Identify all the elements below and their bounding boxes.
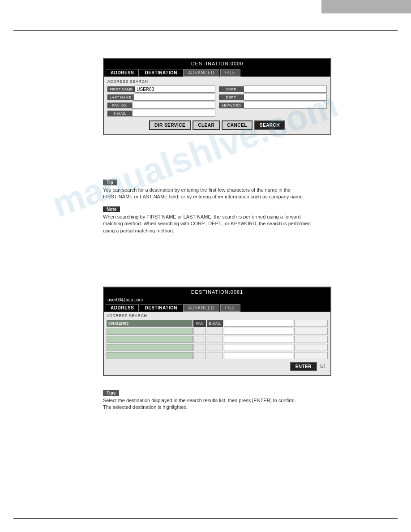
result-name-3[interactable] bbox=[107, 336, 193, 343]
tip-box: Tip You can search for a destination by … bbox=[103, 179, 366, 201]
result-email-5 bbox=[207, 352, 223, 359]
screen1-tabs: ADDRESS DESTINATION ADVANCED FILE bbox=[104, 68, 330, 77]
result-row-2[interactable] bbox=[107, 328, 328, 335]
tab2-address[interactable]: ADDRESS bbox=[106, 304, 139, 312]
result-addr-4 bbox=[224, 344, 293, 351]
cancel-button[interactable]: CANCEL bbox=[222, 120, 253, 130]
input-corp[interactable] bbox=[244, 86, 327, 93]
result-addr-5 bbox=[224, 352, 293, 359]
tips2-box: Tips Select the destination displayed in… bbox=[103, 390, 366, 411]
label-faxno: FAX NO. bbox=[107, 103, 132, 108]
field-faxno: FAX NO. bbox=[107, 102, 215, 109]
button-row-1: DIR SERVICE CLEAR CANCEL SEARCH bbox=[107, 118, 327, 132]
result-empty-4 bbox=[294, 344, 328, 351]
result-name-5[interactable] bbox=[107, 352, 193, 359]
screen2-email: user03@aaa.com bbox=[104, 296, 330, 303]
section-label-2: ADDRESS SEARCH bbox=[107, 313, 328, 318]
screen2-title: DESTINATION:0081 bbox=[104, 287, 330, 296]
result-empty-2 bbox=[294, 328, 328, 335]
note-text: When searching by FIRST NAME or LAST NAM… bbox=[103, 214, 366, 234]
top-rule bbox=[13, 30, 398, 31]
search-button[interactable]: SEARCH bbox=[254, 120, 285, 130]
result-empty-1 bbox=[294, 320, 328, 327]
tab2-advanced[interactable]: ADVANCED bbox=[183, 304, 219, 312]
top-bar bbox=[321, 0, 411, 13]
tab2-destination[interactable]: DESTINATION bbox=[140, 304, 182, 312]
result-email-1[interactable]: E-MAIL bbox=[207, 320, 223, 327]
result-fax-4 bbox=[193, 344, 206, 351]
result-addr-1 bbox=[224, 320, 293, 327]
right-fields: CORP. DEPT. KEYWORD bbox=[219, 86, 327, 118]
note-box: Note When searching by FIRST NAME or LAS… bbox=[103, 206, 366, 234]
page-count: 1/1 bbox=[320, 364, 326, 369]
result-name-4[interactable] bbox=[107, 344, 193, 351]
tip-text: You can search for a destination by ente… bbox=[103, 187, 366, 201]
result-row-4[interactable] bbox=[107, 344, 328, 351]
search-grid: FIRST NAME LAST NAME FAX NO. E-MAIL bbox=[107, 86, 327, 118]
result-addr-2 bbox=[224, 328, 293, 335]
tab-destination[interactable]: DESTINATION bbox=[140, 69, 182, 77]
result-fax-1[interactable]: FAX bbox=[193, 320, 206, 327]
bottom-rule bbox=[13, 518, 398, 519]
screen1-title: DESTINATION:0000 bbox=[104, 59, 330, 68]
result-fax-3 bbox=[193, 336, 206, 343]
field-corp: CORP. bbox=[219, 86, 327, 93]
tab-address[interactable]: ADDRESS bbox=[106, 69, 139, 77]
screen2-tabs: ADDRESS DESTINATION ADVANCED FILE bbox=[104, 303, 330, 312]
field-firstname: FIRST NAME bbox=[107, 86, 215, 93]
result-empty-5 bbox=[294, 352, 328, 359]
enter-row: ENTER 1/1 bbox=[107, 360, 328, 373]
section-label-1: ADDRESS SEARCH bbox=[107, 79, 327, 84]
label-keyword: KEYWORD bbox=[219, 103, 244, 108]
result-email-2 bbox=[207, 328, 223, 335]
screen1: DESTINATION:0000 ADDRESS DESTINATION ADV… bbox=[103, 58, 331, 135]
label-lastname: LAST NAME bbox=[107, 94, 133, 100]
result-name-2[interactable] bbox=[107, 328, 193, 335]
left-fields: FIRST NAME LAST NAME FAX NO. E-MAIL bbox=[107, 86, 215, 118]
field-email: E-MAIL bbox=[107, 110, 215, 117]
result-row-1[interactable]: 00USER03 FAX E-MAIL bbox=[107, 320, 328, 327]
field-keyword: KEYWORD bbox=[219, 102, 327, 109]
tab-file[interactable]: FILE bbox=[220, 69, 240, 77]
input-faxno[interactable] bbox=[132, 102, 215, 109]
label-firstname: FIRST NAME bbox=[107, 86, 135, 92]
result-empty-3 bbox=[294, 336, 328, 343]
label-corp: CORP. bbox=[219, 86, 244, 92]
result-row-3[interactable] bbox=[107, 336, 328, 343]
input-email[interactable] bbox=[132, 110, 215, 117]
result-fax-2 bbox=[193, 328, 206, 335]
tab2-file[interactable]: FILE bbox=[220, 304, 240, 312]
enter-button[interactable]: ENTER bbox=[290, 362, 317, 371]
tips2-label: Tips bbox=[103, 390, 119, 396]
label-dept: DEPT. bbox=[219, 94, 244, 100]
dir-service-button[interactable]: DIR SERVICE bbox=[149, 120, 191, 130]
result-row-5[interactable] bbox=[107, 352, 328, 359]
screen1-body: ADDRESS SEARCH FIRST NAME LAST NAME FAX … bbox=[104, 77, 330, 134]
note-label: Note bbox=[103, 206, 120, 212]
field-dept: DEPT. bbox=[219, 94, 327, 101]
tips2-text: Select the destination displayed in the … bbox=[103, 397, 366, 411]
label-email: E-MAIL bbox=[107, 111, 132, 116]
input-lastname[interactable] bbox=[133, 94, 215, 101]
input-dept[interactable] bbox=[244, 94, 327, 101]
result-email-3 bbox=[207, 336, 223, 343]
input-keyword[interactable] bbox=[244, 102, 327, 109]
tip-label: Tip bbox=[103, 180, 117, 185]
result-addr-3 bbox=[224, 336, 293, 343]
field-lastname: LAST NAME bbox=[107, 94, 215, 101]
result-name-1[interactable]: 00USER03 bbox=[107, 320, 193, 327]
clear-button[interactable]: CLEAR bbox=[193, 120, 220, 130]
results-section: ADDRESS SEARCH 00USER03 FAX E-MAIL bbox=[104, 312, 330, 375]
result-fax-5 bbox=[193, 352, 206, 359]
tab-advanced[interactable]: ADVANCED bbox=[183, 69, 219, 77]
screen2: DESTINATION:0081 user03@aaa.com ADDRESS … bbox=[103, 287, 331, 376]
result-email-4 bbox=[207, 344, 223, 351]
input-firstname[interactable] bbox=[135, 86, 215, 93]
